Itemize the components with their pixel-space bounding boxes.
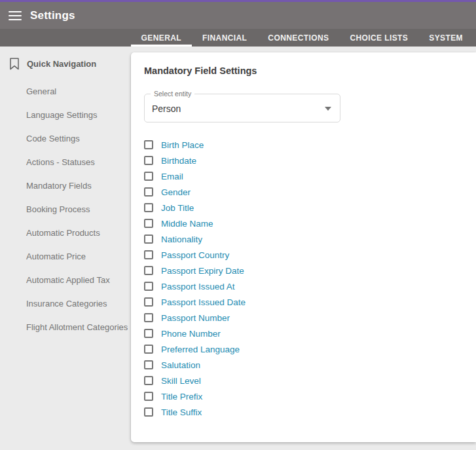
field-label[interactable]: Nationality <box>161 234 202 244</box>
entity-select-value: Person <box>152 103 181 114</box>
checkbox-preferred-language[interactable] <box>144 345 153 354</box>
app-bar: Settings <box>0 2 476 29</box>
field-row: Passport Expiry Date <box>144 263 476 278</box>
field-label[interactable]: Passport Country <box>161 250 229 260</box>
card-heading: Mandatory Field Settings <box>144 66 476 76</box>
mandatory-field-settings-card: Mandatory Field Settings Select entity P… <box>131 52 476 442</box>
field-row: Title Suffix <box>144 404 476 420</box>
checkbox-email[interactable] <box>144 172 153 181</box>
field-label[interactable]: Passport Expiry Date <box>161 266 244 276</box>
tab-choice-lists[interactable]: CHOICE LISTS <box>339 29 418 47</box>
field-row: Salutation <box>144 357 476 373</box>
field-row: Passport Issued At <box>144 278 476 294</box>
field-row: Job Title <box>144 200 476 216</box>
sidebar-header-label: Quick Navigation <box>27 59 96 69</box>
field-row: Birthdate <box>144 153 476 168</box>
tab-bar: GENERALFINANCIALCONNECTIONSCHOICE LISTSS… <box>0 29 476 47</box>
field-row: Skill Level <box>144 373 476 388</box>
field-row: Passport Number <box>144 310 476 326</box>
field-row: Phone Number <box>144 326 476 341</box>
field-label[interactable]: Preferred Language <box>161 345 240 354</box>
sidebar-item-language-settings[interactable]: Language Settings <box>0 103 131 127</box>
field-label[interactable]: Salutation <box>161 360 200 370</box>
checkbox-passport-country[interactable] <box>144 250 153 259</box>
checkbox-birth-place[interactable] <box>144 140 153 149</box>
field-row: Birth Place <box>144 137 476 153</box>
sidebar-item-automatic-applied-tax[interactable]: Automatic Applied Tax <box>0 269 131 292</box>
checkbox-title-prefix[interactable] <box>144 392 153 401</box>
tab-financial[interactable]: FINANCIAL <box>192 29 257 47</box>
field-row: Gender <box>144 184 476 200</box>
field-row: Nationality <box>144 231 476 247</box>
field-row: Title Prefix <box>144 388 476 404</box>
checkbox-phone-number[interactable] <box>144 329 153 338</box>
settings-app: Settings GENERALFINANCIALCONNECTIONSCHOI… <box>0 0 476 450</box>
checkbox-middle-name[interactable] <box>144 219 153 228</box>
sidebar-item-insurance-categories[interactable]: Insurance Categories <box>0 292 131 316</box>
field-label[interactable]: Passport Number <box>161 313 230 323</box>
field-label[interactable]: Birthdate <box>161 156 196 166</box>
field-label[interactable]: Gender <box>161 187 191 197</box>
tab-connections[interactable]: CONNECTIONS <box>257 29 339 47</box>
field-label[interactable]: Title Suffix <box>161 407 202 417</box>
sidebar-item-automatic-price[interactable]: Automatic Price <box>0 245 131 269</box>
checkbox-job-title[interactable] <box>144 203 153 212</box>
checkbox-salutation[interactable] <box>144 360 153 369</box>
checkbox-passport-expiry-date[interactable] <box>144 266 153 275</box>
checkbox-nationality[interactable] <box>144 234 153 244</box>
sidebar-item-booking-process[interactable]: Booking Process <box>0 198 131 221</box>
field-label[interactable]: Skill Level <box>161 376 201 386</box>
field-label[interactable]: Birth Place <box>161 140 204 150</box>
bookmark-icon <box>9 58 20 70</box>
field-label[interactable]: Title Prefix <box>161 392 202 402</box>
dropdown-caret-icon <box>325 107 331 111</box>
field-label[interactable]: Job Title <box>161 203 194 213</box>
sidebar-item-actions-statuses[interactable]: Actions - Statuses <box>0 151 131 174</box>
field-label[interactable]: Passport Issued Date <box>161 297 246 307</box>
field-row: Preferred Language <box>144 341 476 357</box>
field-row: Passport Country <box>144 247 476 263</box>
sidebar-item-code-settings[interactable]: Code Settings <box>0 127 131 151</box>
checkbox-skill-level[interactable] <box>144 376 153 385</box>
field-list: Birth PlaceBirthdateEmailGenderJob Title… <box>144 137 476 420</box>
field-row: Middle Name <box>144 216 476 231</box>
tab-system[interactable]: SYSTEM <box>418 29 473 47</box>
checkbox-passport-number[interactable] <box>144 313 153 322</box>
tab-general[interactable]: GENERAL <box>131 29 192 47</box>
entity-select[interactable]: Select entity Person <box>144 94 340 122</box>
field-label[interactable]: Email <box>161 172 183 181</box>
field-row: Passport Issued Date <box>144 294 476 310</box>
field-label[interactable]: Phone Number <box>161 329 221 339</box>
checkbox-passport-issued-date[interactable] <box>144 297 153 307</box>
checkbox-birthdate[interactable] <box>144 156 153 165</box>
sidebar-item-automatic-products[interactable]: Automatic Products <box>0 221 131 245</box>
sidebar-item-flight-allotment-categories[interactable]: Flight Allotment Categories <box>0 316 131 339</box>
field-label[interactable]: Passport Issued At <box>161 282 235 291</box>
checkbox-gender[interactable] <box>144 187 153 197</box>
checkbox-passport-issued-at[interactable] <box>144 282 153 291</box>
sidebar-header: Quick Navigation <box>0 47 131 70</box>
field-row: Email <box>144 168 476 184</box>
page-title: Settings <box>30 9 75 22</box>
sidebar-nav-list: GeneralLanguage SettingsCode SettingsAct… <box>0 80 131 339</box>
checkbox-title-suffix[interactable] <box>144 407 153 417</box>
hamburger-menu-icon[interactable] <box>9 11 22 20</box>
sidebar-item-mandatory-fields[interactable]: Mandatory Fields <box>0 174 131 198</box>
quick-navigation-sidebar: Quick Navigation GeneralLanguage Setting… <box>0 47 131 339</box>
entity-select-label: Select entity <box>151 90 194 98</box>
field-label[interactable]: Middle Name <box>161 219 213 229</box>
sidebar-item-general[interactable]: General <box>0 80 131 103</box>
